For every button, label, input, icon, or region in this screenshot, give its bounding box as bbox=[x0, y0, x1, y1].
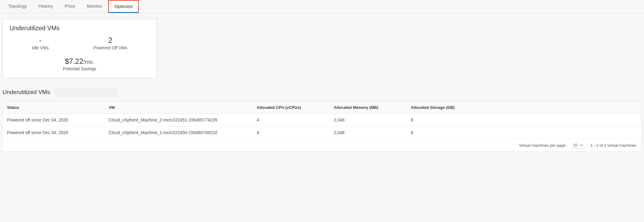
cell-vm: Cloud_vSphere_Machine_1-mcm222450-155465… bbox=[105, 126, 252, 139]
cell-storage: 8 bbox=[407, 126, 642, 139]
potential-savings-stat: $7.22/mo. Potential Savings bbox=[10, 57, 150, 71]
per-page-label: Virtual machines per page bbox=[519, 143, 566, 148]
savings-unit: /mo. bbox=[84, 59, 94, 65]
tab-price[interactable]: Price bbox=[59, 0, 81, 13]
idle-vms-value: - bbox=[32, 36, 49, 45]
cell-status: Powered off since Dec 04, 2020 bbox=[3, 126, 105, 139]
col-header-vm[interactable]: VM bbox=[105, 101, 252, 114]
table-row[interactable]: Powered off since Dec 04, 2020Cloud_vSph… bbox=[3, 126, 642, 139]
savings-value: $7.22 bbox=[65, 57, 83, 65]
tab-topology[interactable]: Topology bbox=[2, 0, 33, 13]
card-title: Underutilized VMs bbox=[10, 25, 150, 32]
tab-monitor[interactable]: Monitor bbox=[81, 0, 108, 13]
cell-storage: 8 bbox=[407, 114, 642, 126]
pagination-bar: Virtual machines per page 10 1 - 2 of 2 … bbox=[2, 139, 642, 152]
cell-vm: Cloud_vSphere_Machine_2-mcm222451-155465… bbox=[105, 114, 252, 126]
chevron-down-icon bbox=[580, 144, 583, 147]
idle-vms-label: Idle VMs bbox=[32, 45, 49, 50]
col-header-status[interactable]: Status bbox=[3, 101, 105, 114]
poweredoff-vms-stat: 2 Powered Off VMs bbox=[93, 36, 127, 50]
per-page-select[interactable]: 10 bbox=[571, 142, 585, 148]
idle-vms-stat: - Idle VMs bbox=[32, 36, 49, 50]
cell-mem: 2,048 bbox=[330, 126, 407, 139]
main-content: Underutilized VMs - Idle VMs 2 Powered O… bbox=[0, 13, 644, 154]
col-header-mem[interactable]: Allocated Memory (MB) bbox=[330, 101, 407, 114]
tab-history[interactable]: History bbox=[33, 0, 59, 13]
cell-cpu: 4 bbox=[252, 114, 330, 126]
col-header-cpu[interactable]: Allocated CPU (vCPUs) bbox=[252, 101, 330, 114]
underutilized-card: Underutilized VMs - Idle VMs 2 Powered O… bbox=[2, 19, 157, 78]
vm-table: Status VM Allocated CPU (vCPUs) Allocate… bbox=[2, 101, 642, 139]
cell-mem: 2,048 bbox=[330, 114, 407, 126]
cell-cpu: 4 bbox=[252, 126, 330, 139]
pager-range-text: 1 - 2 of 2 virtual machines bbox=[590, 143, 636, 148]
tab-bar: Topology History Price Monitor Optimize bbox=[0, 0, 644, 13]
col-header-storage[interactable]: Allocated Storage (GB) bbox=[407, 101, 642, 114]
section-title-text: Underutilized VMs bbox=[2, 89, 50, 95]
section-title: Underutilized VMs bbox=[2, 88, 642, 97]
savings-label: Potential Savings bbox=[10, 66, 150, 71]
table-row[interactable]: Powered off since Dec 04, 2020Cloud_vSph… bbox=[3, 114, 642, 126]
tab-optimize[interactable]: Optimize bbox=[108, 0, 139, 13]
cell-status: Powered off since Dec 04, 2020 bbox=[3, 114, 105, 126]
poweredoff-vms-value: 2 bbox=[93, 36, 127, 45]
poweredoff-vms-label: Powered Off VMs bbox=[93, 45, 127, 50]
per-page-value: 10 bbox=[573, 143, 577, 147]
filter-placeholder[interactable] bbox=[55, 88, 117, 97]
